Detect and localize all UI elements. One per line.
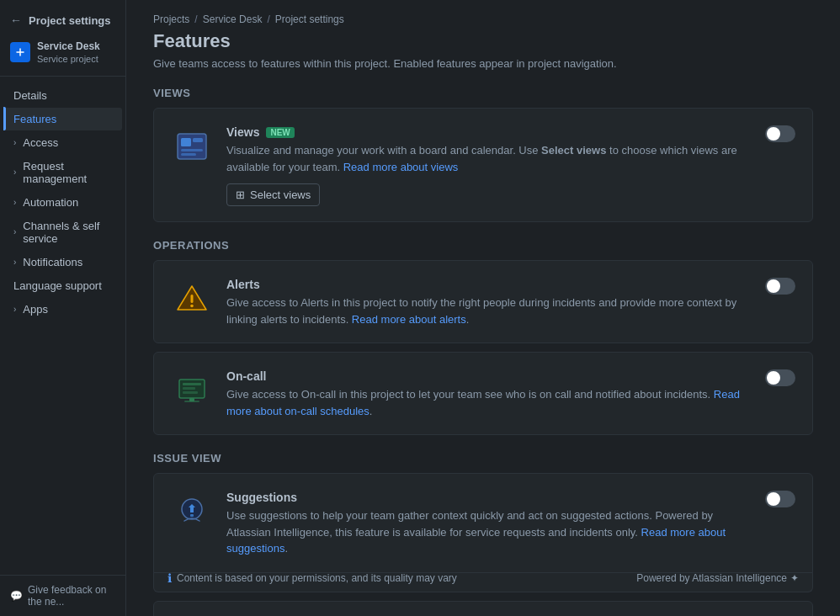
- sidebar-item-access[interactable]: › Access: [3, 131, 122, 154]
- alerts-desc: Give access to Alerts in this project to…: [226, 295, 752, 327]
- chevron-icon: ›: [13, 198, 16, 207]
- alerts-toggle[interactable]: [765, 278, 795, 297]
- sidebar-item-features[interactable]: Features: [3, 108, 122, 130]
- svg-rect-10: [183, 383, 201, 385]
- breadcrumb-service-desk[interactable]: Service Desk: [203, 13, 263, 25]
- chevron-icon: ›: [13, 138, 16, 147]
- feedback-icon: 💬: [10, 590, 23, 602]
- alerts-content: Alerts Give access to Alerts in this pro…: [226, 278, 752, 327]
- feature-card-alerts: Alerts Give access to Alerts in this pro…: [153, 260, 813, 343]
- suggestions-toggle[interactable]: [765, 491, 795, 510]
- page-description: Give teams access to features within thi…: [153, 57, 813, 70]
- sidebar: ← Project settings Service Desk Service …: [0, 0, 126, 616]
- breadcrumb: Projects / Service Desk / Project settin…: [153, 0, 813, 30]
- section-views-header: Views: [153, 87, 813, 99]
- suggestions-content: Suggestions Use suggestions to help your…: [226, 491, 752, 557]
- on-call-desc: Give access to On-call in this project t…: [226, 386, 752, 419]
- feature-card-similar-requests: Similar requests panel Your team can vie…: [153, 601, 813, 617]
- info-text: Content is based on your permissions, an…: [177, 572, 457, 584]
- svg-rect-2: [181, 138, 191, 146]
- sidebar-item-label: Channels & self service: [23, 220, 112, 245]
- views-title: Views: [226, 125, 259, 139]
- sidebar-item-channels[interactable]: › Channels & self service: [3, 215, 122, 250]
- chevron-icon: ›: [13, 258, 16, 267]
- chevron-icon: ›: [13, 167, 16, 177]
- sidebar-item-label: Apps: [23, 303, 48, 316]
- select-views-button[interactable]: ⊞ Select views: [226, 183, 320, 206]
- sidebar-item-language-support[interactable]: Language support: [3, 274, 122, 297]
- svg-rect-4: [181, 149, 203, 151]
- breadcrumb-sep: /: [267, 13, 269, 25]
- alerts-read-more-link[interactable]: Read more about alerts: [352, 313, 466, 326]
- alerts-icon: [171, 278, 213, 320]
- views-toggle[interactable]: [765, 125, 795, 145]
- on-call-toggle[interactable]: [765, 369, 795, 389]
- sidebar-item-apps[interactable]: › Apps: [3, 298, 122, 321]
- sidebar-item-label: Details: [13, 89, 47, 102]
- chevron-icon: ›: [13, 227, 16, 236]
- feedback-button[interactable]: 💬 Give feedback on the ne...: [0, 575, 125, 616]
- on-call-icon: [171, 369, 213, 412]
- page-title: Features: [153, 30, 813, 52]
- sidebar-item-label: Automation: [23, 196, 78, 209]
- sidebar-item-details[interactable]: Details: [3, 84, 122, 107]
- back-icon: ←: [10, 13, 22, 27]
- svg-rect-16: [190, 514, 194, 517]
- on-call-content: On-call Give access to On-call in this p…: [226, 369, 752, 419]
- sidebar-header[interactable]: ← Project settings: [0, 7, 125, 34]
- on-call-title: On-call: [226, 369, 266, 383]
- breadcrumb-projects[interactable]: Projects: [153, 13, 189, 25]
- suggestions-title: Suggestions: [226, 491, 297, 504]
- sidebar-item-automation[interactable]: › Automation: [3, 191, 122, 214]
- sidebar-item-request-management[interactable]: › Request management: [3, 155, 122, 190]
- feature-card-suggestions: Suggestions Use suggestions to help your…: [153, 473, 813, 573]
- sidebar-nav: Details Features › Access › Request mana…: [0, 83, 125, 321]
- sidebar-title: Project settings: [29, 14, 111, 27]
- main-content: Projects / Service Desk / Project settin…: [126, 0, 840, 616]
- sidebar-project: Service Desk Service project: [0, 34, 125, 77]
- select-views-icon: ⊞: [236, 189, 245, 201]
- svg-rect-7: [191, 295, 194, 303]
- section-operations-header: Operations: [153, 239, 813, 252]
- views-content: Views NEW Visualize and manage your work…: [226, 125, 752, 206]
- project-type: Service project: [37, 54, 100, 64]
- views-badge: NEW: [266, 127, 294, 138]
- sidebar-item-label: Features: [13, 113, 56, 125]
- section-issue-view-header: Issue view: [153, 452, 813, 465]
- sidebar-item-label: Language support: [13, 279, 102, 292]
- feature-card-views: Views NEW Visualize and manage your work…: [153, 108, 813, 222]
- project-name: Service Desk: [37, 40, 100, 54]
- sidebar-item-label: Access: [23, 136, 58, 149]
- on-call-read-more-link[interactable]: Read more about on-call schedules: [226, 388, 740, 417]
- sidebar-item-label: Request management: [23, 160, 112, 185]
- svg-point-8: [190, 305, 194, 308]
- sidebar-item-notifications[interactable]: › Notifications: [3, 251, 122, 273]
- feedback-label: Give feedback on the ne...: [28, 584, 115, 608]
- atlassian-intelligence-icon: ✦: [790, 572, 799, 584]
- suggestions-icon: [171, 491, 213, 533]
- chevron-icon: ›: [13, 305, 16, 314]
- breadcrumb-sep: /: [194, 13, 197, 25]
- sidebar-item-label: Notifications: [23, 256, 82, 268]
- views-read-more-link[interactable]: Read more about views: [343, 161, 459, 173]
- project-icon: [10, 42, 30, 62]
- breadcrumb-current: Project settings: [275, 13, 344, 25]
- feature-card-on-call: On-call Give access to On-call in this p…: [153, 352, 813, 435]
- alerts-title: Alerts: [226, 278, 260, 291]
- svg-rect-5: [181, 153, 196, 156]
- views-desc: Visualize and manage your work with a bo…: [226, 142, 752, 175]
- views-icon: [171, 125, 213, 167]
- svg-rect-14: [184, 401, 199, 402]
- svg-rect-12: [183, 391, 198, 394]
- suggestions-read-more-link[interactable]: Read more about suggestions: [226, 526, 726, 555]
- powered-by: Powered by Atlassian Intelligence ✦: [636, 572, 799, 584]
- svg-rect-11: [183, 387, 195, 390]
- svg-rect-3: [193, 138, 203, 142]
- suggestions-desc: Use suggestions to help your team gather…: [226, 507, 752, 557]
- info-icon: ℹ: [167, 571, 172, 585]
- select-views-label: Select views: [250, 189, 311, 201]
- project-info: Service Desk Service project: [37, 40, 100, 64]
